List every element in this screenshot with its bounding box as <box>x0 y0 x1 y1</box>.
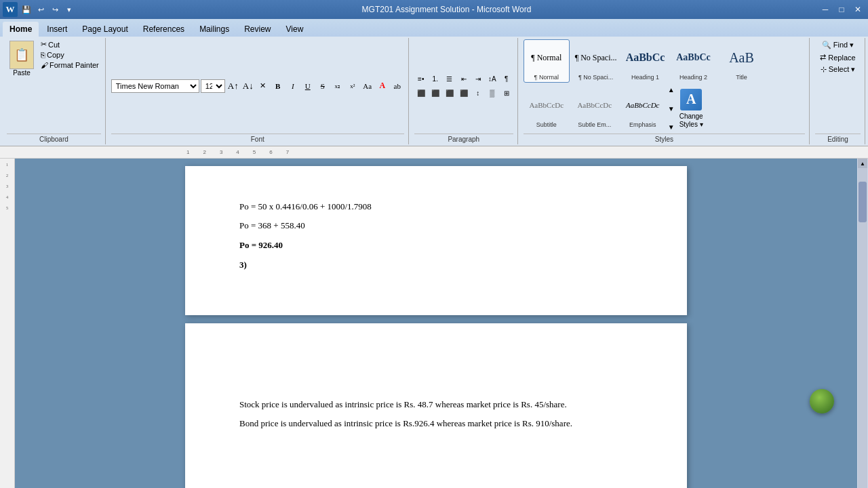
tab-mailings[interactable]: Mailings <box>193 22 236 37</box>
title-bar-left: W 💾 ↩ ↪ ▾ <box>3 2 75 17</box>
bullets-button[interactable]: ≡• <box>414 72 428 85</box>
align-left-button[interactable]: ⬛ <box>414 86 428 100</box>
style-heading1-label: Heading 1 <box>631 74 659 81</box>
editing-group-content: 🔍 Find ▾ ⇄ Replace ⊹ Select ▾ <box>815 39 861 132</box>
redo-button[interactable]: ↪ <box>49 3 61 16</box>
minimize-button[interactable]: ─ <box>818 3 833 16</box>
bold-button[interactable]: B <box>271 79 285 93</box>
page-1-content: Po = 50 x 0.4416/0.06 + 1000/1.7908 Po =… <box>239 200 633 272</box>
font-color-button[interactable]: A <box>376 79 389 93</box>
ribbon-content: 📋 Paste ✂ Cut ⎘ Copy 🖌 Format Painter Cl… <box>0 37 868 146</box>
style-normal-preview: ¶ Normal <box>531 41 561 74</box>
document-scroll-area[interactable]: Po = 50 x 0.4416/0.06 + 1000/1.7908 Po =… <box>15 159 857 488</box>
paragraph-group: ≡• 1. ☰ ⇤ ⇥ ↕A ¶ ⬛ ⬛ ⬛ ⬛ ↕ ▒ <box>410 38 518 144</box>
multilevel-list-button[interactable]: ☰ <box>443 72 456 85</box>
style-heading1[interactable]: AaBbCc Heading 1 <box>623 39 669 83</box>
style-no-spacing[interactable]: ¶ No Spaci... ¶ No Spaci... <box>572 39 620 83</box>
style-subtitle-preview: AaBbCcDc <box>529 89 564 121</box>
clear-format-button[interactable]: ✕ <box>256 79 270 93</box>
style-emphasis-preview: AaBbCcDc <box>626 89 659 121</box>
copy-button[interactable]: ⎘ Copy <box>39 50 101 60</box>
change-case-button[interactable]: Aa <box>361 79 374 93</box>
save-button[interactable]: 💾 <box>20 3 33 16</box>
increase-indent-button[interactable]: ⇥ <box>471 72 485 85</box>
style-subtle-em[interactable]: AaBbCcDc Subtle Em... <box>572 87 618 130</box>
style-heading2[interactable]: AaBbCc Heading 2 <box>671 39 717 83</box>
format-painter-button[interactable]: 🖌 Format Painter <box>39 60 101 70</box>
paste-button[interactable]: 📋 Paste <box>7 39 37 78</box>
page1-line4: 3) <box>239 258 633 272</box>
align-right-button[interactable]: ⬛ <box>443 86 456 100</box>
undo-button[interactable]: ↩ <box>35 3 47 16</box>
title-bar: W 💾 ↩ ↪ ▾ MGT201 Assignment Solution - M… <box>0 0 868 19</box>
style-emphasis[interactable]: AaBbCcDc Emphasis <box>620 87 666 130</box>
styles-group: ¶ Normal ¶ Normal ¶ No Spaci... ¶ No Spa… <box>519 38 810 144</box>
highlight-button[interactable]: ab <box>391 79 404 93</box>
tab-home[interactable]: Home <box>3 22 39 37</box>
cut-button[interactable]: ✂ Cut <box>39 39 101 49</box>
change-styles-button[interactable]: A ChangeStyles ▾ <box>677 87 706 130</box>
clipboard-small-buttons: ✂ Cut ⎘ Copy 🖌 Format Painter <box>39 39 101 70</box>
subscript-button[interactable]: x₂ <box>331 79 344 93</box>
tab-review[interactable]: Review <box>237 22 277 37</box>
show-hide-button[interactable]: ¶ <box>500 72 513 85</box>
page-2-content: Stock price is undervalued as intrinsic … <box>239 357 633 432</box>
style-emphasis-label: Emphasis <box>629 121 656 128</box>
styles-label: Styles <box>524 134 805 143</box>
select-button[interactable]: ⊹ Select ▾ <box>816 64 860 75</box>
tab-insert[interactable]: Insert <box>40 22 74 37</box>
underline-button[interactable]: U <box>301 79 315 93</box>
style-title[interactable]: AaB Title <box>719 39 765 83</box>
editing-label: Editing <box>815 134 861 143</box>
style-heading2-label: Heading 2 <box>679 74 707 81</box>
style-subtle-em-preview: AaBbCcDc <box>577 89 612 121</box>
maximize-button[interactable]: □ <box>834 3 849 16</box>
font-size-select[interactable]: 12 <box>201 79 225 93</box>
paste-icon: 📋 <box>9 41 34 69</box>
replace-button[interactable]: ⇄ Replace <box>816 52 859 63</box>
line-spacing-button[interactable]: ↕ <box>471 86 485 100</box>
find-button[interactable]: 🔍 Find ▾ <box>818 39 858 51</box>
shading-button[interactable]: ▒ <box>486 86 499 100</box>
strikethrough-button[interactable]: S <box>316 79 330 93</box>
tab-view[interactable]: View <box>279 22 311 37</box>
scroll-thumb[interactable] <box>859 182 867 222</box>
scroll-up-button[interactable]: ▲ <box>858 159 867 168</box>
word-app-icon: W <box>3 2 18 17</box>
font-name-select[interactable]: Times New Roman <box>111 79 199 93</box>
sort-button[interactable]: ↕A <box>486 72 499 85</box>
decrease-indent-button[interactable]: ⇤ <box>457 72 471 85</box>
window-controls: ─ □ ✕ <box>818 3 865 16</box>
scroll-track[interactable] <box>858 168 867 488</box>
vertical-scrollbar[interactable]: ▲ ▼ <box>857 159 868 488</box>
tab-references[interactable]: References <box>136 22 191 37</box>
style-title-preview: AaB <box>729 41 754 74</box>
font-group: Times New Roman 12 A↑ A↓ ✕ B I U S x₂ x² <box>107 38 409 144</box>
close-button[interactable]: ✕ <box>850 3 865 16</box>
italic-button[interactable]: I <box>286 79 300 93</box>
clipboard-label: Clipboard <box>7 134 101 143</box>
page1-line2: Po = 368 + 558.40 <box>239 219 633 233</box>
styles-scroll-up[interactable]: ▲ <box>668 86 675 94</box>
font-grow-button[interactable]: A↑ <box>226 79 240 93</box>
style-subtitle[interactable]: AaBbCcDc Subtitle <box>524 87 570 130</box>
paragraph-label: Paragraph <box>414 134 513 143</box>
page-2: Stock price is undervalued as intrinsic … <box>185 323 687 489</box>
style-normal[interactable]: ¶ Normal ¶ Normal <box>524 39 570 83</box>
align-center-button[interactable]: ⬛ <box>429 86 442 100</box>
window-title: MGT201 Assignment Solution - Microsoft W… <box>75 5 818 14</box>
styles-expand[interactable]: ▼ <box>668 123 675 131</box>
customize-qa-button[interactable]: ▾ <box>63 3 75 16</box>
horizontal-ruler: 1234567 <box>0 146 868 159</box>
font-shrink-button[interactable]: A↓ <box>241 79 255 93</box>
justify-button[interactable]: ⬛ <box>457 86 471 100</box>
style-title-label: Title <box>736 74 747 81</box>
borders-button[interactable]: ⊞ <box>500 86 513 100</box>
numbering-button[interactable]: 1. <box>429 72 442 85</box>
superscript-button[interactable]: x² <box>346 79 359 93</box>
paragraph-group-content: ≡• 1. ☰ ⇤ ⇥ ↕A ¶ ⬛ ⬛ ⬛ ⬛ ↕ ▒ <box>414 39 513 132</box>
page2-line2: Bond price is undervalued as intrinsic p… <box>239 417 633 431</box>
tab-page-layout[interactable]: Page Layout <box>75 22 134 37</box>
style-no-spacing-preview: ¶ No Spaci... <box>575 41 617 74</box>
styles-scroll-down[interactable]: ▼ <box>668 105 675 113</box>
